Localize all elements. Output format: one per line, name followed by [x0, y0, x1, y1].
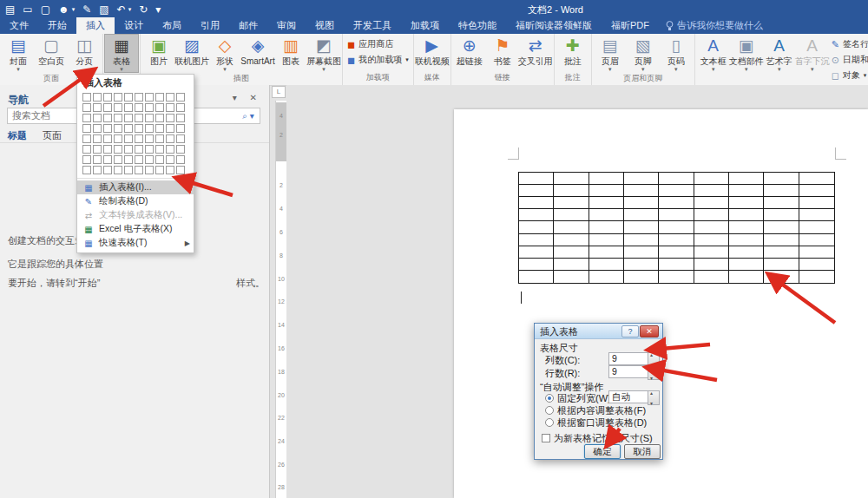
- tab-设计[interactable]: 设计: [115, 17, 153, 34]
- table-cell[interactable]: [729, 173, 764, 185]
- tab-开始[interactable]: 开始: [38, 17, 76, 34]
- ribbon-button-图片[interactable]: ▣图片: [142, 35, 175, 72]
- table-cell[interactable]: [589, 221, 624, 233]
- table-cell[interactable]: [764, 173, 799, 185]
- new-document-icon[interactable]: ▢: [41, 2, 50, 17]
- dropdown-arrow-icon[interactable]: ▾: [72, 6, 76, 13]
- ribbon-button-我的加载项[interactable]: ◼我的加载项▾: [345, 52, 411, 68]
- ribbon-button-空白页[interactable]: ▢空白页: [35, 35, 68, 72]
- help-icon[interactable]: ?: [621, 325, 639, 337]
- table-cell[interactable]: [659, 209, 694, 221]
- ribbon-button-屏幕截图[interactable]: ◩屏幕截图▾: [307, 35, 340, 72]
- table-cell[interactable]: [554, 209, 589, 221]
- ribbon-button-图表[interactable]: ▥图表: [274, 35, 307, 72]
- tab-邮件[interactable]: 邮件: [229, 17, 267, 34]
- grid-square[interactable]: [166, 166, 174, 174]
- autofit-window-radio[interactable]: [545, 418, 554, 427]
- grid-square[interactable]: [155, 114, 164, 122]
- grid-square[interactable]: [114, 103, 122, 112]
- table-cell[interactable]: [799, 221, 834, 233]
- ribbon-button-艺术字[interactable]: A艺术字▾: [763, 35, 796, 83]
- grid-square[interactable]: [82, 114, 91, 122]
- table-cell[interactable]: [764, 221, 799, 233]
- undo-icon[interactable]: ↶: [117, 2, 126, 17]
- table-cell[interactable]: [589, 173, 624, 185]
- table-cell[interactable]: [554, 173, 589, 185]
- grid-square[interactable]: [114, 166, 122, 174]
- ribbon-button-对象[interactable]: ◻对象▾: [829, 68, 868, 83]
- tab-引用[interactable]: 引用: [191, 17, 229, 34]
- table-cell[interactable]: [729, 271, 764, 283]
- tab-布局[interactable]: 布局: [153, 17, 191, 34]
- table-cell[interactable]: [764, 209, 799, 221]
- ribbon-button-页眉[interactable]: ▤页眉▾: [594, 35, 627, 72]
- grid-square[interactable]: [176, 124, 185, 133]
- grid-square[interactable]: [166, 103, 174, 112]
- grid-square[interactable]: [93, 103, 102, 112]
- table-cell[interactable]: [624, 209, 659, 221]
- table-cell[interactable]: [799, 271, 834, 283]
- grid-square[interactable]: [166, 114, 174, 122]
- ribbon-button-表格[interactable]: ▦表格▾: [105, 35, 138, 72]
- vertical-ruler[interactable]: 42246810121416182022242628: [275, 101, 287, 498]
- document-table[interactable]: [518, 172, 835, 284]
- cancel-button[interactable]: 取消: [624, 444, 661, 459]
- table-cell[interactable]: [764, 259, 799, 271]
- grid-square[interactable]: [176, 93, 185, 102]
- table-cell[interactable]: [554, 271, 589, 283]
- table-cell[interactable]: [659, 173, 694, 185]
- ok-button[interactable]: 确定: [584, 444, 621, 459]
- grid-square[interactable]: [155, 145, 164, 154]
- grid-square[interactable]: [145, 124, 154, 133]
- customize-qat-icon[interactable]: ▾: [155, 2, 161, 17]
- table-cell[interactable]: [519, 173, 554, 185]
- grid-square[interactable]: [114, 124, 122, 133]
- table-cell[interactable]: [799, 185, 834, 197]
- nav-tab-标题[interactable]: 标题: [8, 129, 27, 142]
- grid-square[interactable]: [155, 103, 164, 112]
- grid-square[interactable]: [114, 134, 122, 143]
- tab-特色功能[interactable]: 特色功能: [449, 17, 506, 34]
- ribbon-button-超链接[interactable]: ⊕超链接: [453, 35, 486, 71]
- table-cell[interactable]: [519, 185, 554, 197]
- ribbon-button-页码[interactable]: ▯页码▾: [660, 35, 693, 72]
- menu-item-Excel 电子表格(X)[interactable]: ▦Excel 电子表格(X): [77, 222, 194, 236]
- table-cell[interactable]: [554, 221, 589, 233]
- table-cell[interactable]: [624, 185, 659, 197]
- grid-square[interactable]: [103, 103, 112, 112]
- grid-square[interactable]: [166, 124, 174, 133]
- search-icon[interactable]: ⌕ ▾: [237, 111, 260, 121]
- table-cell[interactable]: [519, 209, 554, 221]
- table-cell[interactable]: [554, 197, 589, 209]
- table-cell[interactable]: [589, 259, 624, 271]
- grid-square[interactable]: [176, 145, 185, 154]
- table-cell[interactable]: [624, 197, 659, 209]
- grid-square[interactable]: [155, 155, 164, 164]
- table-cell[interactable]: [519, 259, 554, 271]
- tab-开发工具[interactable]: 开发工具: [344, 17, 401, 34]
- table-cell[interactable]: [659, 246, 694, 259]
- table-cell[interactable]: [799, 173, 834, 185]
- ribbon-button-批注[interactable]: ✚批注: [556, 35, 589, 71]
- table-cell[interactable]: [764, 234, 799, 246]
- grid-square[interactable]: [135, 103, 143, 112]
- grid-square[interactable]: [166, 134, 174, 143]
- table-cell[interactable]: [554, 185, 589, 197]
- ribbon-button-日期和时间[interactable]: ⊙日期和时间: [829, 52, 868, 68]
- table-cell[interactable]: [519, 246, 554, 259]
- grid-square[interactable]: [155, 93, 164, 102]
- ribbon-button-形状[interactable]: ◇形状▾: [208, 35, 241, 72]
- grid-square[interactable]: [155, 134, 164, 143]
- table-cell[interactable]: [799, 246, 834, 259]
- ribbon-button-联机视频[interactable]: ▶联机视频: [416, 35, 449, 71]
- grid-square[interactable]: [93, 114, 102, 122]
- table-cell[interactable]: [694, 173, 729, 185]
- save-icon[interactable]: ▤: [5, 2, 15, 17]
- grid-square[interactable]: [103, 166, 112, 174]
- table-cell[interactable]: [659, 234, 694, 246]
- grid-square[interactable]: [124, 103, 133, 112]
- table-size-grid[interactable]: [77, 92, 194, 178]
- grid-square[interactable]: [166, 145, 174, 154]
- dialog-title-bar[interactable]: 插入表格 ? ✕: [535, 324, 662, 339]
- table-cell[interactable]: [694, 185, 729, 197]
